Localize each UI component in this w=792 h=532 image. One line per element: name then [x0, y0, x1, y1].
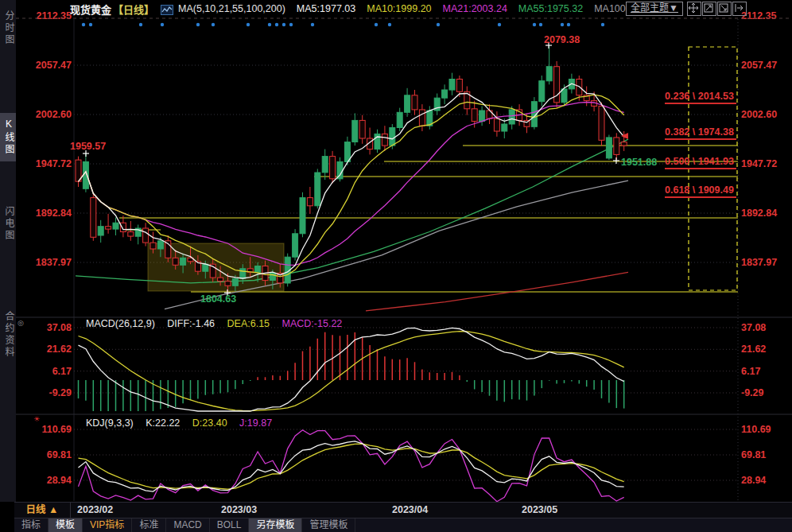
tab-manage-template[interactable]: 管理模板: [302, 518, 355, 532]
fib-level-0382[interactable]: 0.382 \ 1974.38: [665, 126, 736, 140]
x-date-label: 2023/05: [522, 504, 557, 515]
x-date-label: 2023/02: [77, 504, 113, 515]
kdj-title: KDJ(9,3,3): [86, 417, 134, 429]
ma100-label: MA100: [594, 3, 626, 14]
tab-templates[interactable]: 模板: [49, 518, 83, 532]
kdj-d-value: D:23.40: [192, 417, 227, 429]
tab-indicators[interactable]: 指标: [14, 518, 49, 532]
x-axis-strip: 日线 ▲ 2023/02 2023/03 2023/04 2023/05: [14, 502, 792, 518]
theme-dropdown-button[interactable]: 全部主题▼: [626, 2, 683, 16]
tab-boll[interactable]: BOLL: [210, 518, 250, 532]
kdj-header: KDJ(9,3,3) K:22.22 D:23.40 J:19.87: [86, 417, 281, 429]
pan-icon[interactable]: [687, 2, 701, 16]
x-date-label: 2023/03: [221, 504, 257, 515]
ma55-value: MA55:1975.32: [518, 3, 583, 14]
macd-pane-settings-icon[interactable]: ◎: [17, 320, 24, 327]
period-selector[interactable]: 日线 ▲: [14, 503, 71, 518]
tab-standard[interactable]: 标准: [132, 518, 166, 532]
zoom-y-axis-icon[interactable]: [717, 2, 732, 16]
ma10-value: MA10:1999.20: [367, 3, 431, 14]
tab-vip-indicators[interactable]: VIP指标: [83, 518, 132, 532]
period-tag: 【日线】: [113, 2, 154, 17]
fib-level-0618[interactable]: 0.618 \ 1909.49: [665, 184, 736, 198]
ma-config-label: MA(5,10,21,55,100,200): [178, 3, 285, 14]
macd-header: MACD(26,12,9) DIFF:-1.46 DEA:6.15 MACD:-…: [86, 318, 351, 329]
zoom-x-axis-icon[interactable]: [702, 2, 716, 16]
fib-level-0236[interactable]: 0.236 \ 2014.53: [665, 91, 736, 104]
annotation-mar-low: 1804.63: [200, 293, 236, 305]
kdj-j-value: J:19.87: [239, 417, 272, 429]
sidebar-item-timeline[interactable]: 分时图: [0, 5, 16, 52]
macd-title: MACD(26,12,9): [86, 318, 155, 329]
macd-dea-value: DEA:6.15: [227, 318, 270, 329]
chart-canvas[interactable]: [0, 0, 792, 532]
kdj-pane-settings-icon[interactable]: ☀: [33, 416, 40, 423]
bottom-tab-bar: 指标 模板 VIP指标 标准 MACD BOLL 另存模板 管理模板: [14, 518, 792, 532]
sidebar-item-flash[interactable]: 闪电图: [0, 200, 16, 247]
shift-right-icon[interactable]: [732, 2, 747, 16]
annotation-recent-low: 1951.88: [621, 157, 657, 168]
ma5-value: MA5:1977.03: [297, 3, 355, 14]
tab-save-template[interactable]: 另存模板: [249, 518, 302, 532]
left-sidebar: [0, 0, 16, 502]
ma21-value: MA21:2003.24: [443, 3, 507, 14]
mini-chart-icon: [161, 4, 173, 14]
fib-level-0500[interactable]: 0.500 \ 1941.93: [665, 156, 736, 169]
kdj-k-value: K:22.22: [146, 417, 180, 429]
sidebar-item-kline[interactable]: K线图: [0, 113, 16, 161]
annotation-feb-high: 1959.57: [70, 141, 106, 152]
sidebar-item-contract-info[interactable]: 合约资料: [0, 305, 16, 364]
symbol-title: 现货黄金: [70, 2, 111, 17]
macd-macd-value: MACD:-15.22: [282, 318, 343, 329]
x-date-label: 2023/04: [392, 504, 428, 515]
annotation-may-high: 2079.38: [544, 34, 580, 45]
macd-diff-value: DIFF:-1.46: [167, 318, 215, 329]
tab-macd[interactable]: MACD: [166, 518, 209, 532]
kline-app: 现货黄金 【日线】 MA(5,10,21,55,100,200) MA5:197…: [0, 0, 792, 532]
